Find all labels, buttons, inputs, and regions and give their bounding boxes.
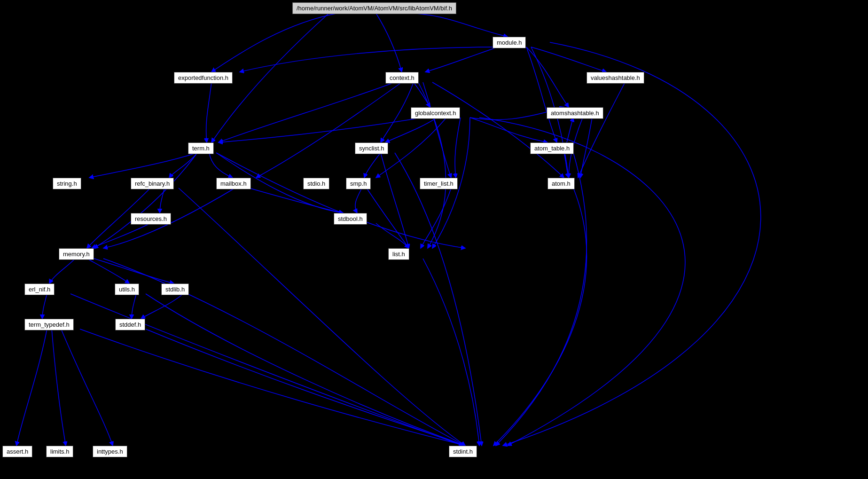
stdio-h-node: stdio.h	[303, 178, 329, 189]
stdint-h-node: stdint.h	[449, 446, 477, 457]
refc-binary-h-node: refc_binary.h	[131, 178, 174, 189]
atom-table-h-node: atom_table.h	[530, 142, 574, 154]
exportedfunction-h-node: exportedfunction.h	[174, 72, 233, 84]
inttypes-h-node: inttypes.h	[93, 446, 127, 457]
stdbool-h-node: stdbool.h	[334, 213, 367, 225]
atom-h-node: atom.h	[547, 178, 575, 189]
globalcontext-h-node: globalcontext.h	[411, 107, 460, 119]
limits-h-node: limits.h	[46, 446, 73, 457]
module-h-node: module.h	[493, 37, 526, 48]
term-h-node: term.h	[188, 142, 214, 154]
context-h-node: context.h	[385, 72, 419, 84]
string-h-node: string.h	[53, 178, 81, 189]
term-typedef-h-node: term_typedef.h	[24, 319, 74, 330]
mailbox-h-node: mailbox.h	[216, 178, 251, 189]
utils-h-node: utils.h	[115, 283, 139, 295]
resources-h-node: resources.h	[131, 213, 171, 225]
stdlib-h-node: stdlib.h	[161, 283, 189, 295]
stddef-h-node: stddef.h	[115, 319, 145, 330]
bif-h-node: /home/runner/work/AtomVM/AtomVM/src/libA…	[292, 2, 456, 14]
erl-nif-h-node: erl_nif.h	[24, 283, 55, 295]
dependency-graph	[0, 0, 868, 479]
assert-h-node: assert.h	[2, 446, 32, 457]
valueshashtable-h-node: valueshashtable.h	[586, 72, 644, 84]
memory-h-node: memory.h	[59, 248, 94, 260]
atomshashtable-h-node: atomshashtable.h	[547, 107, 603, 119]
synclist-h-node: synclist.h	[355, 142, 388, 154]
timer-list-h-node: timer_list.h	[420, 178, 458, 189]
list-h-node: list.h	[388, 248, 409, 260]
smp-h-node: smp.h	[346, 178, 371, 189]
